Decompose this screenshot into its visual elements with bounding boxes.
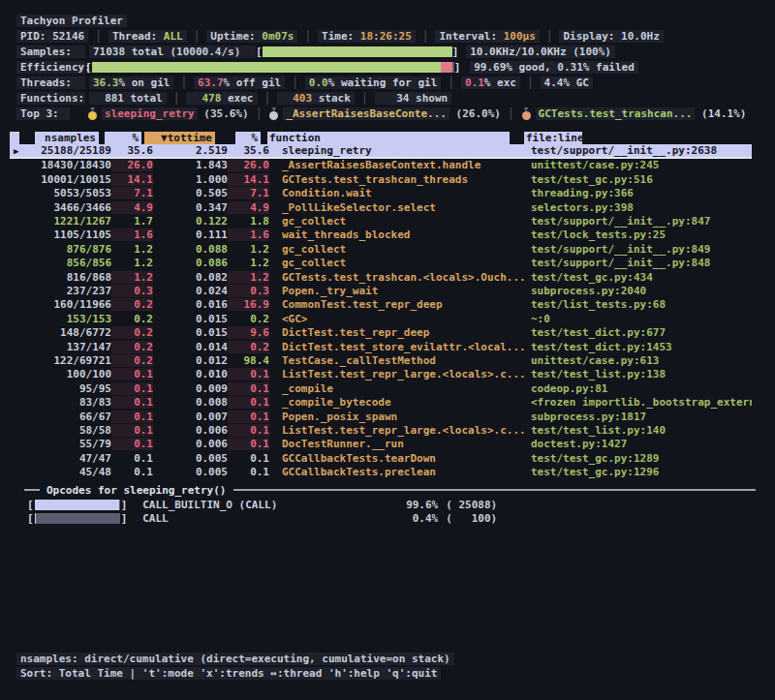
thread-field[interactable]: Thread: ALL [108,30,187,43]
cell-tottime: 0.016 [153,298,228,311]
cell-nsamples: 18430/18430 [10,159,111,171]
cell-fileline: test/test_gc.py:516 [531,173,752,186]
page-title: Tachyon Profiler [16,15,127,27]
pid-field: PID: 52146 [16,30,88,43]
column-header-pct-total[interactable]: % [105,132,141,145]
medal-disc [88,111,97,120]
title-line: Tachyon Profiler [0,13,775,28]
display-field: Display: 10.0Hz [559,30,663,43]
separator: │ [249,107,269,120]
column-header-tottime-sorted[interactable]: ▼tottime [144,132,215,145]
cell-function: wait_threads_blocked [282,228,526,241]
cell-tottime: 0.015 [153,326,228,339]
column-header-function[interactable]: function [267,132,510,145]
table-row[interactable]: 95/95 0.1 0.009 0.1 _compile codeop.py:8… [10,381,752,395]
table-row[interactable]: 66/67 0.1 0.007 0.1 Popen._posix_spawn s… [10,410,752,423]
table-row[interactable]: ▶ 25188/25189 35.6 2.519 35.6 sleeping_r… [10,144,752,158]
cell-pct-tottime: 0.1 [228,424,269,437]
cell-nsamples: 1105/1105 [10,228,111,241]
top3-item[interactable]: _AssertRaisesBaseConte... (26.0%) [268,107,501,120]
opcode-count: ( 100) [446,512,497,525]
samples-bar-fill [263,46,452,57]
table-row[interactable]: 18430/18430 26.0 1.843 26.0 _AssertRaise… [10,159,752,172]
cell-fileline: test/support/__init__.py:847 [531,215,752,228]
cell-pct-tottime: 1.2 [228,257,269,269]
table-row[interactable]: 47/47 0.1 0.005 0.1 GCCallbackTests.tear… [10,451,752,465]
cell-pct-tottime: 0.1 [228,452,269,465]
cell-pct-tottime: 35.6 [228,144,269,157]
cell-function: Popen._try_wait [282,285,526,297]
cell-fileline: test/support/__init__.py:2638 [531,144,752,157]
threads-gc: 4.4% GC [541,76,593,89]
table-row[interactable]: 55/79 0.1 0.006 0.1 DocTestRunner.__run … [10,438,752,451]
bar-close-bracket: ] [121,512,128,525]
cell-pct-tottime: 0.2 [228,341,269,353]
cell-function: _compile_bytecode [282,396,526,409]
table-row[interactable]: 5053/5053 7.1 0.505 7.1 Condition.wait t… [10,187,752,200]
table-row[interactable]: 100/100 0.1 0.010 0.1 ListTest.test_repr… [10,368,752,381]
table-row[interactable]: 83/83 0.1 0.008 0.1 _compile_bytecode <f… [10,395,752,409]
table-row[interactable]: 137/147 0.2 0.014 0.2 DictTest.test_stor… [10,340,752,353]
table-row[interactable]: 10001/10015 14.1 1.000 14.1 GCTests.test… [10,172,752,186]
table-row[interactable]: 122/69721 0.2 0.012 98.4 TestCase._callT… [10,353,752,367]
cell-pct-total: 14.1 [111,173,153,186]
cell-fileline: test/support/__init__.py:848 [531,257,752,269]
medal-icon [269,107,278,120]
cell-tottime: 0.010 [153,368,228,380]
cell-function: TestCase._callTestMethod [282,354,526,367]
table-row[interactable]: 856/856 1.2 0.086 1.2 gc_collect test/su… [10,257,752,270]
cell-function: GCTests.test_trashcan.<locals>.Ouch... [282,271,526,284]
table-row[interactable]: 153/153 0.2 0.015 0.2 <GC> ~:0 [10,312,752,325]
column-header-pct-tottime[interactable]: % [235,132,261,145]
cell-pct-total: 0.2 [111,341,153,353]
table-row[interactable]: 237/237 0.3 0.024 0.3 Popen._try_wait su… [10,284,752,297]
threads-on-gil: 36.3% on gil [89,76,173,89]
table-row[interactable]: 876/876 1.2 0.088 1.2 gc_collect test/su… [10,242,752,256]
cell-nsamples: 10001/10015 [10,173,111,186]
cell-pct-total: 4.9 [111,201,153,214]
efficiency-line: Efficiency: [ ] 99.69% good, 0.31% faile… [0,59,775,75]
cell-fileline: subprocess.py:1817 [531,411,752,423]
cell-function: _PollLikeSelector.select [282,201,526,214]
column-header-nsamples[interactable]: nsamples [35,132,99,145]
cell-pct-total: 1.2 [111,271,153,284]
top3-percent: (35.6%) [198,107,249,120]
dash-segment [24,489,40,491]
cell-fileline: codeop.py:81 [531,382,752,395]
table-row[interactable]: 816/868 1.2 0.082 1.2 GCTests.test_trash… [10,270,752,284]
cell-pct-total: 1.7 [111,215,153,228]
separator: │ [173,76,194,89]
table-row[interactable]: 45/48 0.1 0.005 0.1 GCCallbackTests.prec… [10,465,752,478]
cell-fileline: subprocess.py:2040 [531,285,752,297]
top3-item[interactable]: GCTests.test_trashcan... (14.1%) [521,107,747,120]
table-row[interactable]: 58/58 0.1 0.006 0.1 ListTest.test_repr_l… [10,423,752,437]
table-row[interactable]: 160/11966 0.2 0.016 16.9 CommonTest.test… [10,298,752,312]
bar-open-bracket: [ [27,499,34,511]
cell-nsamples: 95/95 [10,382,111,395]
cell-pct-total: 0.1 [111,411,153,423]
cell-pct-tottime: 0.1 [228,438,269,450]
separator: │ [355,92,375,105]
cell-pct-total: 0.1 [111,368,153,380]
separator: │ [297,30,318,43]
table-row[interactable]: 148/6772 0.2 0.015 9.6 DictTest.test_rep… [10,325,752,339]
functions-total: 881 total [89,92,167,105]
table-header: nsamples % ▼tottime % function file:line [0,131,752,144]
cell-pct-tottime: 98.4 [228,354,269,367]
cell-fileline: unittest/case.py:613 [531,354,752,367]
table-row[interactable]: 3466/3466 4.9 0.347 4.9 _PollLikeSelecto… [10,200,752,214]
table-row[interactable]: 1105/1105 1.6 0.111 1.6 wait_threads_blo… [10,228,752,242]
cell-nsamples: 1221/1267 [10,215,111,228]
cell-function: DictTest.test_repr_deep [282,326,526,339]
cell-fileline: test/test_dict.py:677 [531,326,752,339]
top3-line: Top 3: sleeping_retry (35.6%) │ _AssertR… [0,106,775,121]
functions-exec: 478 exec [186,92,257,105]
cell-function: GCTests.test_trashcan_threads [282,173,526,186]
cell-nsamples: 160/11966 [10,298,111,311]
column-header-fileline[interactable]: file:line [524,132,582,145]
table-row[interactable]: 1221/1267 1.7 0.122 1.8 gc_collect test/… [10,214,752,228]
top3-item[interactable]: sleeping_retry (35.6%) [87,107,249,120]
bar-close-bracket: ] [121,499,128,511]
cell-nsamples: 45/48 [10,466,111,478]
cell-function: gc_collect [282,215,526,228]
